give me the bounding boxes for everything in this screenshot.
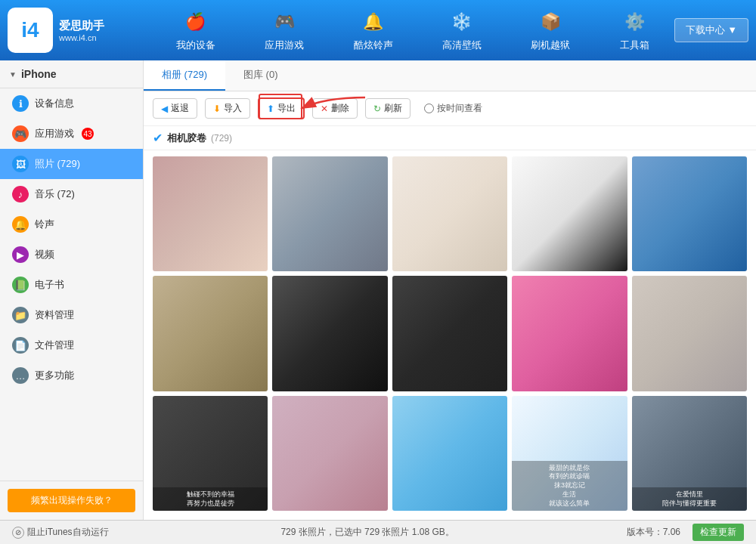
sidebar-item-photos[interactable]: 🖼 照片 (729) [0,149,143,179]
stop-icon: ⊘ [12,527,24,539]
sidebar-item-ebooks[interactable]: 📗 电子书 [0,270,143,300]
status-right: 版本号：7.06 检查更新 [627,524,744,541]
tab-album[interactable]: 相册 (729) [144,60,225,91]
photo-text-11: 触碰不到的幸福再努力也是徒劳 [153,487,268,511]
version-info: 版本号：7.06 [627,526,680,539]
album-checkbox[interactable]: ✔ [153,131,163,145]
nav-my-device[interactable]: 🍎 我的设备 [165,2,227,58]
import-button[interactable]: ⬇ 导入 [205,98,250,119]
back-label: 返退 [171,102,189,115]
check-update-button[interactable]: 检查更新 [692,524,744,541]
nav-device-label: 我的设备 [176,39,215,52]
top-nav: i4 爱思助手 www.i4.cn 🍎 我的设备 🎮 应用游戏 🔔 酷炫铃声 ❄… [0,0,756,60]
photo-text-14: 最甜的就是你有到的就诊嗝抹3就忘记生活就该这么简单 [512,461,627,511]
by-time-radio[interactable] [424,104,434,113]
refresh-button[interactable]: ↻ 刷新 [365,98,411,119]
import-label: 导入 [224,102,242,115]
by-time-radio-label[interactable]: 按时间查看 [424,102,482,115]
sidebar-item-file-mgmt[interactable]: 📄 文件管理 [0,330,143,360]
refresh-label: 刷新 [384,102,402,115]
nav-tools[interactable]: ⚙️ 工具箱 [609,2,661,58]
toolbar-wrapper: ◀ 返退 ⬇ 导入 ⬆ 导出 ✕ 删除 ↻ 刷新 [144,91,756,126]
back-button[interactable]: ◀ 返退 [153,98,197,119]
photos-label: 照片 (729) [35,157,80,171]
stop-itunes-button[interactable]: ⊘ 阻止iTunes自动运行 [12,526,109,539]
logo-text: 爱思助手 www.i4.cn [59,19,104,42]
photo-thumb-11[interactable]: 触碰不到的幸福再努力也是徒劳 [153,396,268,511]
sidebar-item-apps[interactable]: 🎮 应用游戏 43 [0,119,143,149]
delete-button[interactable]: ✕ 删除 [312,98,358,119]
video-icon: ▶ [12,246,29,263]
photo-thumb-2[interactable] [272,156,387,271]
nav-tools-label: 工具箱 [620,39,649,52]
album-section: ✔ 相机胶卷 (729) [144,126,756,150]
file-mgmt-icon: 📄 [12,337,29,354]
delete-label: 删除 [331,102,349,115]
nav-wallpapers[interactable]: ❄️ 高清壁纸 [431,2,493,58]
sidebar-item-ringtones[interactable]: 🔔 铃声 [0,209,143,240]
photo-thumb-5[interactable] [632,156,747,271]
nav-apps-icon: 🎮 [271,8,298,36]
photo-thumb-14[interactable]: 最甜的就是你有到的就诊嗝抹3就忘记生活就该这么简单 [512,396,627,511]
photo-thumb-8[interactable] [392,276,507,391]
file-mgmt-label: 文件管理 [35,338,74,352]
more-icon: … [12,367,29,384]
refresh-icon: ↻ [373,104,381,114]
nav-tools-icon: ⚙️ [621,8,648,36]
sidebar-item-device-info[interactable]: ℹ 设备信息 [0,88,143,119]
device-info-label: 设备信息 [35,97,74,110]
more-label: 更多功能 [35,369,74,382]
logo-box: i4 [8,8,53,53]
apps-icon: 🎮 [12,125,29,142]
status-bar: ⊘ 阻止iTunes自动运行 729 张照片，已选中 729 张照片 1.08 … [0,520,756,544]
nav-wallpapers-label: 高清壁纸 [442,39,482,52]
delete-icon: ✕ [321,104,328,114]
photo-thumb-10[interactable] [632,276,747,391]
album-count: (729) [211,133,232,144]
nav-ringtones[interactable]: 🔔 酷炫铃声 [342,2,404,58]
photo-thumb-4[interactable] [512,156,627,271]
photo-thumb-13[interactable] [392,396,507,511]
stop-itunes-label: 阻止iTunes自动运行 [27,526,109,539]
export-icon: ⬆ [267,104,274,114]
sidebar-item-more[interactable]: … 更多功能 [0,360,143,391]
photo-thumb-6[interactable] [153,276,268,391]
error-button[interactable]: 频繁出现操作失败？ [8,489,135,512]
nav-apps[interactable]: 🎮 应用游戏 [253,2,315,58]
sidebar-item-data-mgmt[interactable]: 📁 资料管理 [0,300,143,330]
photo-thumb-12[interactable] [272,396,387,511]
photo-thumb-3[interactable] [392,156,507,271]
logo-icon: i4 [21,18,39,42]
device-header: ▼ iPhone [0,60,143,88]
music-icon: ♪ [12,186,29,202]
ringtones-icon: 🔔 [12,216,29,233]
nav-apps-label: 应用游戏 [265,39,304,52]
nav-wallpapers-icon: ❄️ [448,8,476,36]
nav-ringtones-icon: 🔔 [360,8,387,36]
tab-gallery[interactable]: 图库 (0) [225,60,296,91]
photo-thumb-1[interactable] [153,156,268,271]
download-center-button[interactable]: 下载中心 ▼ [674,18,748,42]
toolbar: ◀ 返退 ⬇ 导入 ⬆ 导出 ✕ 删除 ↻ 刷新 [144,91,756,126]
sidebar-item-music[interactable]: ♪ 音乐 (72) [0,179,143,209]
export-button[interactable]: ⬆ 导出 [258,97,305,119]
photo-thumb-9[interactable] [512,276,627,391]
photo-info: 729 张照片，已选中 729 张照片 1.08 GB。 [280,527,454,537]
brand-name: 爱思助手 [59,19,104,33]
photo-thumb-15[interactable]: 在爱情里陪伴与懂得更重要 [632,396,747,511]
data-mgmt-icon: 📁 [12,307,29,323]
photo-text-15: 在爱情里陪伴与懂得更重要 [632,487,747,511]
photo-thumb-7[interactable] [272,276,387,391]
tabs-bar: 相册 (729) 图库 (0) [144,60,756,91]
brand-url: www.i4.cn [59,33,104,42]
apps-label: 应用游戏 [35,127,74,141]
status-center: 729 张照片，已选中 729 张照片 1.08 GB。 [109,526,627,539]
nav-jailbreak-label: 刷机越狱 [531,39,570,52]
sidebar-item-video[interactable]: ▶ 视频 [0,240,143,270]
device-name: iPhone [21,68,57,80]
nav-jailbreak[interactable]: 📦 刷机越狱 [519,2,581,58]
back-icon: ◀ [161,104,168,114]
ringtones-label: 铃声 [35,218,54,231]
nav-ringtones-label: 酷炫铃声 [354,39,393,52]
import-icon: ⬇ [213,104,221,114]
